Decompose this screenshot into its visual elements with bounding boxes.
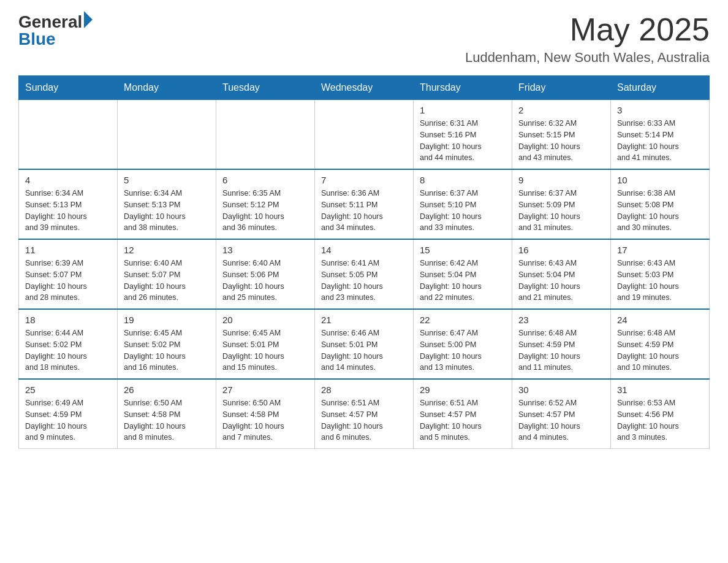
calendar-cell: 22Sunrise: 6:47 AM Sunset: 5:00 PM Dayli… <box>414 309 512 379</box>
day-info: Sunrise: 6:43 AM Sunset: 5:03 PM Dayligh… <box>617 258 703 304</box>
day-number: 18 <box>25 315 111 325</box>
day-number: 24 <box>617 315 703 325</box>
calendar-cell: 21Sunrise: 6:46 AM Sunset: 5:01 PM Dayli… <box>315 309 414 379</box>
calendar-table: SundayMondayTuesdayWednesdayThursdayFrid… <box>18 75 710 449</box>
day-info: Sunrise: 6:46 AM Sunset: 5:01 PM Dayligh… <box>321 327 407 373</box>
calendar-week-row: 1Sunrise: 6:31 AM Sunset: 5:16 PM Daylig… <box>19 100 710 170</box>
calendar-day-header: Saturday <box>611 76 710 100</box>
day-info: Sunrise: 6:51 AM Sunset: 4:57 PM Dayligh… <box>321 397 407 443</box>
calendar-cell: 18Sunrise: 6:44 AM Sunset: 5:02 PM Dayli… <box>19 309 118 379</box>
day-number: 15 <box>420 245 506 255</box>
day-number: 27 <box>222 385 308 395</box>
calendar-cell: 9Sunrise: 6:37 AM Sunset: 5:09 PM Daylig… <box>512 169 611 239</box>
day-info: Sunrise: 6:51 AM Sunset: 4:57 PM Dayligh… <box>420 397 506 443</box>
calendar-cell: 6Sunrise: 6:35 AM Sunset: 5:12 PM Daylig… <box>216 169 315 239</box>
day-info: Sunrise: 6:49 AM Sunset: 4:59 PM Dayligh… <box>25 397 111 443</box>
day-number: 13 <box>222 245 308 255</box>
day-info: Sunrise: 6:53 AM Sunset: 4:56 PM Dayligh… <box>617 397 703 443</box>
day-info: Sunrise: 6:40 AM Sunset: 5:07 PM Dayligh… <box>124 258 210 304</box>
calendar-cell: 26Sunrise: 6:50 AM Sunset: 4:58 PM Dayli… <box>118 379 216 449</box>
day-info: Sunrise: 6:32 AM Sunset: 5:15 PM Dayligh… <box>518 118 604 164</box>
calendar-cell: 29Sunrise: 6:51 AM Sunset: 4:57 PM Dayli… <box>414 379 512 449</box>
calendar-cell <box>315 100 414 170</box>
calendar-day-header: Friday <box>512 76 611 100</box>
calendar-cell <box>216 100 315 170</box>
calendar-cell: 12Sunrise: 6:40 AM Sunset: 5:07 PM Dayli… <box>118 239 216 309</box>
day-info: Sunrise: 6:37 AM Sunset: 5:10 PM Dayligh… <box>420 188 506 234</box>
day-info: Sunrise: 6:45 AM Sunset: 5:02 PM Dayligh… <box>124 327 210 373</box>
calendar-cell: 13Sunrise: 6:40 AM Sunset: 5:06 PM Dayli… <box>216 239 315 309</box>
calendar-week-row: 18Sunrise: 6:44 AM Sunset: 5:02 PM Dayli… <box>19 309 710 379</box>
day-number: 9 <box>518 175 604 185</box>
calendar-day-header: Wednesday <box>315 76 414 100</box>
logo-blue: Blue <box>18 29 56 49</box>
calendar-cell <box>19 100 118 170</box>
calendar-cell: 19Sunrise: 6:45 AM Sunset: 5:02 PM Dayli… <box>118 309 216 379</box>
page-header: General Blue May 2025 Luddenham, New Sou… <box>18 12 710 66</box>
calendar-week-row: 4Sunrise: 6:34 AM Sunset: 5:13 PM Daylig… <box>19 169 710 239</box>
day-number: 1 <box>420 105 506 115</box>
calendar-cell: 25Sunrise: 6:49 AM Sunset: 4:59 PM Dayli… <box>19 379 118 449</box>
day-info: Sunrise: 6:52 AM Sunset: 4:57 PM Dayligh… <box>518 397 604 443</box>
day-number: 22 <box>420 315 506 325</box>
calendar-cell: 17Sunrise: 6:43 AM Sunset: 5:03 PM Dayli… <box>611 239 710 309</box>
calendar-cell: 8Sunrise: 6:37 AM Sunset: 5:10 PM Daylig… <box>414 169 512 239</box>
calendar-cell: 16Sunrise: 6:43 AM Sunset: 5:04 PM Dayli… <box>512 239 611 309</box>
day-number: 20 <box>222 315 308 325</box>
day-number: 10 <box>617 175 703 185</box>
day-number: 28 <box>321 385 407 395</box>
day-info: Sunrise: 6:43 AM Sunset: 5:04 PM Dayligh… <box>518 258 604 304</box>
calendar-cell: 4Sunrise: 6:34 AM Sunset: 5:13 PM Daylig… <box>19 169 118 239</box>
day-number: 30 <box>518 385 604 395</box>
logo: General Blue <box>18 12 93 49</box>
day-info: Sunrise: 6:48 AM Sunset: 4:59 PM Dayligh… <box>518 327 604 373</box>
calendar-cell: 1Sunrise: 6:31 AM Sunset: 5:16 PM Daylig… <box>414 100 512 170</box>
day-number: 2 <box>518 105 604 115</box>
day-number: 16 <box>518 245 604 255</box>
day-info: Sunrise: 6:33 AM Sunset: 5:14 PM Dayligh… <box>617 118 703 164</box>
day-number: 17 <box>617 245 703 255</box>
calendar-cell: 28Sunrise: 6:51 AM Sunset: 4:57 PM Dayli… <box>315 379 414 449</box>
calendar-day-header: Tuesday <box>216 76 315 100</box>
day-number: 19 <box>124 315 210 325</box>
day-number: 8 <box>420 175 506 185</box>
day-info: Sunrise: 6:44 AM Sunset: 5:02 PM Dayligh… <box>25 327 111 373</box>
calendar-cell: 2Sunrise: 6:32 AM Sunset: 5:15 PM Daylig… <box>512 100 611 170</box>
calendar-cell: 20Sunrise: 6:45 AM Sunset: 5:01 PM Dayli… <box>216 309 315 379</box>
day-number: 5 <box>124 175 210 185</box>
day-info: Sunrise: 6:34 AM Sunset: 5:13 PM Dayligh… <box>25 188 111 234</box>
day-number: 29 <box>420 385 506 395</box>
day-number: 12 <box>124 245 210 255</box>
day-info: Sunrise: 6:35 AM Sunset: 5:12 PM Dayligh… <box>222 188 308 234</box>
calendar-cell: 5Sunrise: 6:34 AM Sunset: 5:13 PM Daylig… <box>118 169 216 239</box>
day-info: Sunrise: 6:50 AM Sunset: 4:58 PM Dayligh… <box>124 397 210 443</box>
calendar-cell: 24Sunrise: 6:48 AM Sunset: 4:59 PM Dayli… <box>611 309 710 379</box>
calendar-cell: 23Sunrise: 6:48 AM Sunset: 4:59 PM Dayli… <box>512 309 611 379</box>
day-number: 3 <box>617 105 703 115</box>
calendar-header-row: SundayMondayTuesdayWednesdayThursdayFrid… <box>19 76 710 100</box>
day-info: Sunrise: 6:45 AM Sunset: 5:01 PM Dayligh… <box>222 327 308 373</box>
day-info: Sunrise: 6:36 AM Sunset: 5:11 PM Dayligh… <box>321 188 407 234</box>
day-number: 21 <box>321 315 407 325</box>
day-info: Sunrise: 6:42 AM Sunset: 5:04 PM Dayligh… <box>420 258 506 304</box>
calendar-day-header: Thursday <box>414 76 512 100</box>
calendar-day-header: Sunday <box>19 76 118 100</box>
month-title: May 2025 <box>465 12 710 47</box>
calendar-cell: 14Sunrise: 6:41 AM Sunset: 5:05 PM Dayli… <box>315 239 414 309</box>
day-info: Sunrise: 6:37 AM Sunset: 5:09 PM Dayligh… <box>518 188 604 234</box>
day-info: Sunrise: 6:41 AM Sunset: 5:05 PM Dayligh… <box>321 258 407 304</box>
day-number: 6 <box>222 175 308 185</box>
calendar-cell: 3Sunrise: 6:33 AM Sunset: 5:14 PM Daylig… <box>611 100 710 170</box>
calendar-week-row: 11Sunrise: 6:39 AM Sunset: 5:07 PM Dayli… <box>19 239 710 309</box>
day-number: 26 <box>124 385 210 395</box>
day-info: Sunrise: 6:40 AM Sunset: 5:06 PM Dayligh… <box>222 258 308 304</box>
logo-triangle-icon <box>84 11 93 28</box>
calendar-day-header: Monday <box>118 76 216 100</box>
day-number: 7 <box>321 175 407 185</box>
day-info: Sunrise: 6:48 AM Sunset: 4:59 PM Dayligh… <box>617 327 703 373</box>
day-number: 14 <box>321 245 407 255</box>
day-number: 4 <box>25 175 111 185</box>
day-number: 11 <box>25 245 111 255</box>
day-number: 23 <box>518 315 604 325</box>
day-number: 25 <box>25 385 111 395</box>
